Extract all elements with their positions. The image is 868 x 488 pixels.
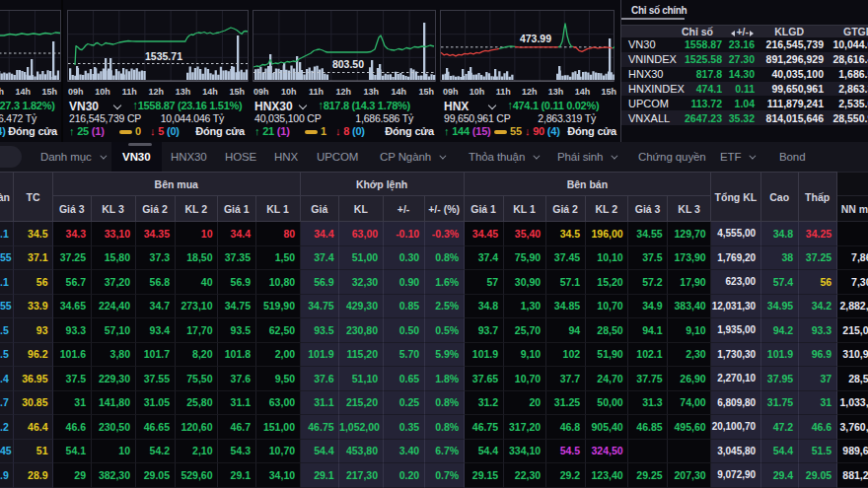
svg-text:803.50: 803.50 [332, 58, 364, 70]
svg-text:1535.71: 1535.71 [145, 50, 182, 62]
svg-text:473.99: 473.99 [520, 33, 551, 44]
